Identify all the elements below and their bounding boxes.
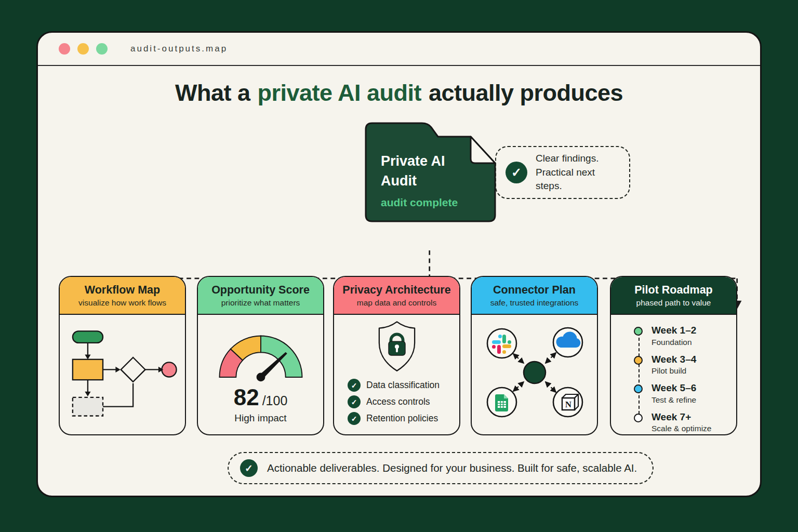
callout-line-2: Practical next steps.: [536, 166, 620, 194]
close-window-button[interactable]: [59, 43, 70, 55]
banner-text: Actionable deliverables. Designed for yo…: [267, 462, 637, 474]
check-icon: ✓: [348, 395, 361, 408]
window-titlebar: audit-outputs.map: [38, 33, 760, 66]
heading-highlight: private AI audit: [257, 79, 421, 106]
score-value: 82: [234, 384, 259, 410]
window-title: audit-outputs.map: [130, 44, 228, 54]
findings-callout: ✓ Clear findings. Practical next steps.: [495, 146, 630, 199]
page-title: What a private AI audit actually produce…: [38, 79, 760, 107]
callout-line-1: Clear findings.: [536, 152, 620, 166]
check-icon: ✓: [348, 412, 361, 425]
card-subtitle: visualize how work flows: [63, 298, 182, 308]
card-title: Workflow Map: [63, 284, 182, 297]
roadmap-milestone: Week 5–6Test & refine: [634, 383, 736, 412]
shield-lock-icon: [372, 320, 422, 375]
folder-status-badge: audit complete: [381, 196, 469, 209]
roadmap-milestone: Week 3–4Pilot build: [634, 354, 736, 383]
card-privacy-architecture: Privacy Architecture map data and contro…: [333, 276, 460, 435]
check-icon: ✓: [348, 379, 361, 392]
milestone-dot-icon: [634, 327, 643, 336]
browser-window: audit-outputs.map What a private AI audi…: [36, 31, 762, 497]
zoom-window-button[interactable]: [96, 43, 108, 55]
page-fold-icon: [471, 137, 495, 163]
check-icon: ✓: [240, 459, 258, 477]
card-opportunity-score: Opportunity Score prioritize what matter…: [197, 276, 324, 435]
score-denominator: /100: [262, 393, 288, 408]
checklist-item: ✓ Data classification: [348, 379, 459, 392]
deliverables-banner: ✓ Actionable deliverables. Designed for …: [228, 452, 654, 484]
check-icon: ✓: [506, 162, 527, 183]
svg-text:N: N: [565, 400, 571, 409]
milestone-dot-icon: [634, 384, 643, 393]
card-subtitle: phased path to value: [614, 298, 733, 308]
folder-title: Private AI Audit: [381, 151, 469, 191]
notion-icon: N: [562, 394, 578, 410]
heading-pre: What a: [175, 79, 250, 106]
card-title: Pilot Roadmap: [614, 284, 733, 297]
google-sheets-icon: [495, 394, 508, 411]
gauge-icon: [206, 322, 316, 384]
card-subtitle: prioritize what matters: [201, 298, 320, 308]
card-pilot-roadmap: Pilot Roadmap phased path to value Week …: [610, 276, 737, 435]
roadmap-milestone: Week 7+Scale & optimize: [634, 412, 736, 436]
card-subtitle: map data and controls: [337, 298, 456, 308]
heading-post: actually produces: [429, 79, 623, 106]
flowchart-icon: [64, 321, 181, 425]
milestone-dot-icon: [634, 356, 643, 365]
milestone-dot-icon: [634, 414, 643, 422]
impact-label: High impact: [234, 413, 286, 424]
roadmap-timeline: Week 1–2Foundation Week 3–4Pilot build W…: [611, 315, 736, 433]
card-title: Connector Plan: [475, 284, 594, 297]
roadmap-milestone: Week 1–2Foundation: [634, 325, 736, 354]
card-workflow-map: Workflow Map visualize how work flows: [59, 276, 186, 435]
card-connector-plan: Connector Plan safe, trusted integration…: [471, 276, 598, 435]
card-subtitle: safe, trusted integrations: [475, 298, 594, 308]
checklist-item: ✓ Retention policies: [348, 412, 459, 425]
gauge-needle-icon: [256, 352, 287, 382]
minimize-window-button[interactable]: [77, 43, 89, 55]
hub-icon: [524, 362, 546, 383]
checklist-item: ✓ Access controls: [348, 395, 459, 408]
audit-folder: Private AI Audit audit complete: [364, 121, 497, 223]
card-title: Opportunity Score: [201, 284, 320, 297]
card-title: Privacy Architecture: [337, 284, 456, 297]
integration-hub-diagram: N: [475, 317, 594, 430]
